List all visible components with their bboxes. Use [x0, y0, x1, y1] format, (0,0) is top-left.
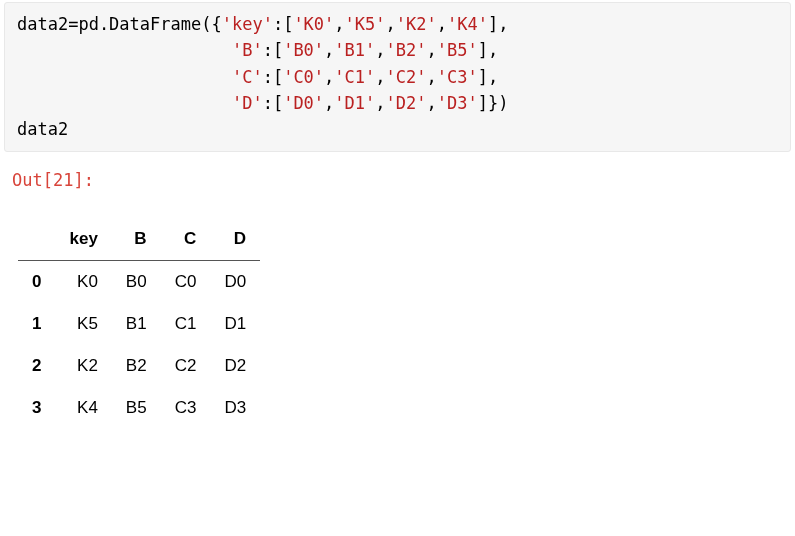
cell: K4 [55, 387, 111, 429]
dataframe-output: key B C D 0 K0 B0 C0 D0 1 K5 B1 C1 D1 [0, 190, 795, 429]
cell: K0 [55, 260, 111, 303]
cell: B2 [112, 345, 161, 387]
cell: C1 [161, 303, 211, 345]
row-index: 1 [18, 303, 55, 345]
cell: D1 [210, 303, 260, 345]
dataframe-table: key B C D 0 K0 B0 C0 D0 1 K5 B1 C1 D1 [18, 218, 260, 429]
table-row: 1 K5 B1 C1 D1 [18, 303, 260, 345]
row-index: 0 [18, 260, 55, 303]
table-row: 0 K0 B0 C0 D0 [18, 260, 260, 303]
col-header: C [161, 218, 211, 261]
code-input-cell[interactable]: data2=pd.DataFrame({'key':['K0','K5','K2… [4, 2, 791, 152]
table-row: 3 K4 B5 C3 D3 [18, 387, 260, 429]
code-text: data2=pd.DataFrame({'key':['K0','K5','K2… [17, 14, 508, 139]
cell: K2 [55, 345, 111, 387]
table-header-blank [18, 218, 55, 261]
cell: B1 [112, 303, 161, 345]
row-index: 3 [18, 387, 55, 429]
cell: B5 [112, 387, 161, 429]
col-header: D [210, 218, 260, 261]
output-prompt: Out[21]: [0, 152, 795, 190]
row-index: 2 [18, 345, 55, 387]
cell: D2 [210, 345, 260, 387]
cell: B0 [112, 260, 161, 303]
cell: C0 [161, 260, 211, 303]
cell: D3 [210, 387, 260, 429]
table-header-row: key B C D [18, 218, 260, 261]
cell: C2 [161, 345, 211, 387]
cell: C3 [161, 387, 211, 429]
col-header: B [112, 218, 161, 261]
cell: K5 [55, 303, 111, 345]
cell: D0 [210, 260, 260, 303]
col-header: key [55, 218, 111, 261]
table-row: 2 K2 B2 C2 D2 [18, 345, 260, 387]
